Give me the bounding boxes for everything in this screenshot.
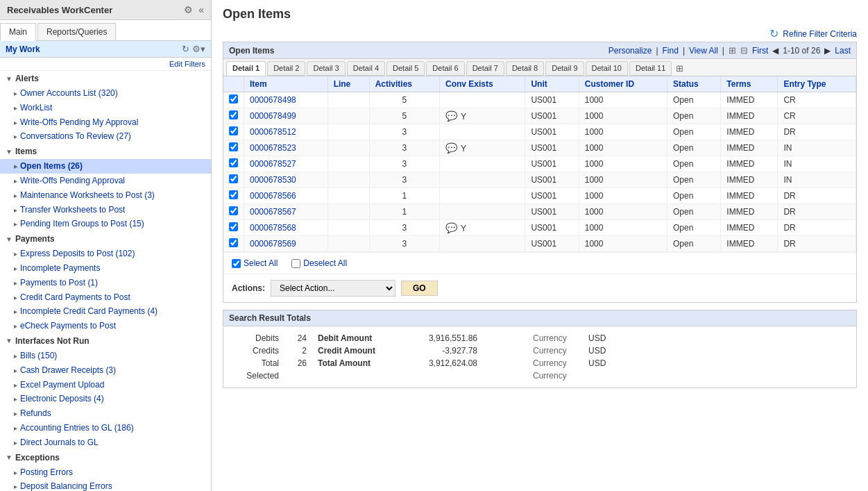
table-row: 0000678530 3 US001 1000 Open IMMED IN	[223, 172, 856, 188]
refresh-icon[interactable]: ↻	[769, 27, 778, 40]
col-terms[interactable]: Terms	[721, 76, 778, 92]
row-checkbox[interactable]	[229, 174, 238, 183]
sidebar-item-cash-drawer[interactable]: ▸ Cash Drawer Receipts (3)	[0, 363, 211, 378]
item-link[interactable]: 0000678569	[250, 239, 296, 249]
section-alerts-header[interactable]: ▼ Alerts	[0, 71, 211, 86]
conversation-icon[interactable]: 💬	[445, 142, 457, 153]
tab-detail-11[interactable]: Detail 11	[629, 61, 672, 76]
settings-dropdown-icon[interactable]: ⚙▾	[192, 44, 205, 54]
item-link[interactable]: 0000678566	[250, 191, 296, 201]
item-link[interactable]: 0000678499	[250, 111, 296, 121]
section-exceptions-header[interactable]: ▼ Exceptions	[0, 450, 211, 465]
col-item[interactable]: Item	[244, 76, 328, 92]
first-link[interactable]: First	[752, 46, 768, 56]
deselect-all-control[interactable]: Deselect All	[291, 258, 347, 268]
tab-detail-10[interactable]: Detail 10	[586, 61, 628, 76]
row-checkbox[interactable]	[229, 206, 238, 215]
row-checkbox[interactable]	[229, 222, 238, 231]
sidebar-item-worklist[interactable]: ▸ WorkList	[0, 101, 211, 115]
select-all-control[interactable]: Select All	[232, 258, 278, 268]
item-link[interactable]: 0000678527	[250, 159, 296, 169]
col-entry-type[interactable]: Entry Type	[778, 76, 856, 92]
sidebar-item-incomplete-cc[interactable]: ▸ Incomplete Credit Card Payments (4)	[0, 304, 211, 319]
section-interfaces-header[interactable]: ▼ Interfaces Not Run	[0, 333, 211, 349]
sidebar-item-express-deposits[interactable]: ▸ Express Deposits to Post (102)	[0, 247, 211, 261]
find-link[interactable]: Find	[663, 46, 679, 56]
refresh-icon[interactable]: ↻	[182, 44, 189, 54]
sidebar-item-credit-card-payments[interactable]: ▸ Credit Card Payments to Post	[0, 290, 211, 305]
total-label: Total	[235, 357, 290, 369]
view-all-link[interactable]: View All	[689, 46, 718, 56]
item-link[interactable]: 0000678530	[250, 175, 296, 185]
sidebar-item-excel-upload[interactable]: ▸ Excel Payment Upload	[0, 378, 211, 392]
nav-next[interactable]: ▶	[824, 46, 831, 56]
sidebar-item-pending-groups[interactable]: ▸ Pending Item Groups to Post (15)	[0, 217, 211, 231]
sidebar-item-writeoffs-approval[interactable]: ▸ Write-Offs Pending My Approval	[0, 115, 211, 130]
collapse-icon[interactable]: «	[198, 4, 204, 15]
go-button[interactable]: GO	[401, 281, 438, 296]
tab-detail-3[interactable]: Detail 3	[307, 61, 345, 76]
settings-icon[interactable]: ⚙	[184, 4, 193, 15]
item-link[interactable]: 0000678568	[250, 223, 296, 233]
sidebar-item-direct-journals[interactable]: ▸ Direct Journals to GL	[0, 435, 211, 450]
sidebar-item-refunds[interactable]: ▸ Refunds	[0, 406, 211, 421]
nav-prev[interactable]: ◀	[772, 46, 778, 56]
sidebar-item-payments-to-post[interactable]: ▸ Payments to Post (1)	[0, 276, 211, 290]
sidebar-item-echeck[interactable]: ▸ eCheck Payments to Post	[0, 319, 211, 333]
edit-filters-link[interactable]: Edit Filters	[0, 58, 211, 71]
sidebar-item-incomplete-payments[interactable]: ▸ Incomplete Payments	[0, 261, 211, 276]
item-link[interactable]: 0000678512	[250, 127, 296, 137]
col-customer-id[interactable]: Customer ID	[579, 76, 667, 92]
tab-detail-1[interactable]: Detail 1	[226, 61, 266, 76]
sidebar-item-accounting-gl[interactable]: ▸ Accounting Entries to GL (186)	[0, 421, 211, 435]
row-checkbox[interactable]	[229, 238, 238, 247]
item-link[interactable]: 0000678523	[250, 143, 296, 153]
tab-detail-2[interactable]: Detail 2	[267, 61, 305, 76]
row-terms: IMMED	[721, 236, 778, 252]
row-checkbox[interactable]	[229, 94, 238, 103]
col-status[interactable]: Status	[667, 76, 720, 92]
col-line[interactable]: Line	[327, 76, 369, 92]
sidebar-item-electronic-deposits[interactable]: ▸ Electronic Deposits (4)	[0, 392, 211, 406]
tab-reports-queries[interactable]: Reports/Queries	[37, 23, 116, 40]
tab-detail-8[interactable]: Detail 8	[506, 61, 544, 76]
sidebar-item-maintenance-worksheets[interactable]: ▸ Maintenance Worksheets to Post (3)	[0, 188, 211, 203]
grid-icon[interactable]: ⊞	[729, 45, 736, 56]
col-unit[interactable]: Unit	[525, 76, 579, 92]
sidebar-item-posting-errors[interactable]: ▸ Posting Errors	[0, 465, 211, 480]
tab-detail-9[interactable]: Detail 9	[545, 61, 584, 76]
sidebar-item-conversations[interactable]: ▸ Conversations To Review (27)	[0, 129, 211, 144]
grid-view-icon[interactable]: ⊞	[673, 61, 686, 76]
row-checkbox[interactable]	[229, 110, 238, 119]
tab-detail-4[interactable]: Detail 4	[347, 61, 385, 76]
row-checkbox[interactable]	[229, 126, 238, 135]
tab-main[interactable]: Main	[0, 23, 36, 41]
tab-detail-7[interactable]: Detail 7	[466, 61, 504, 76]
row-checkbox[interactable]	[229, 190, 238, 199]
sidebar-item-bills[interactable]: ▸ Bills (150)	[0, 349, 211, 363]
conversation-icon[interactable]: 💬	[445, 222, 457, 233]
item-link[interactable]: 0000678567	[250, 207, 296, 217]
sidebar-item-writeoffs-pending[interactable]: ▸ Write-Offs Pending Approval	[0, 174, 211, 188]
section-items-header[interactable]: ▼ Items	[0, 144, 211, 159]
export-icon[interactable]: ⊟	[740, 45, 748, 56]
deselect-all-checkbox[interactable]	[291, 259, 300, 268]
col-conv-exists[interactable]: Conv Exists	[439, 76, 525, 92]
tab-detail-6[interactable]: Detail 6	[426, 61, 464, 76]
personalize-link[interactable]: Personalize	[609, 46, 652, 56]
actions-dropdown[interactable]: Select Action...	[271, 280, 395, 297]
refine-filter-link[interactable]: Refine Filter Criteria	[783, 29, 857, 39]
row-checkbox[interactable]	[229, 158, 238, 167]
select-all-checkbox[interactable]	[232, 259, 241, 268]
sidebar-item-open-items[interactable]: ▸ Open Items (26)	[0, 159, 211, 174]
section-payments-header[interactable]: ▼ Payments	[0, 231, 211, 247]
row-checkbox[interactable]	[229, 142, 238, 151]
sidebar-item-transfer-worksheets[interactable]: ▸ Transfer Worksheets to Post	[0, 203, 211, 217]
last-link[interactable]: Last	[835, 46, 851, 56]
tab-detail-5[interactable]: Detail 5	[386, 61, 425, 76]
col-activities[interactable]: Activities	[369, 76, 439, 92]
conversation-icon[interactable]: 💬	[445, 110, 457, 122]
item-link[interactable]: 0000678498	[250, 95, 296, 105]
sidebar-item-deposit-balancing[interactable]: ▸ Deposit Balancing Errors	[0, 479, 211, 491]
sidebar-item-owner-accounts[interactable]: ▸ Owner Accounts List (320)	[0, 86, 211, 101]
